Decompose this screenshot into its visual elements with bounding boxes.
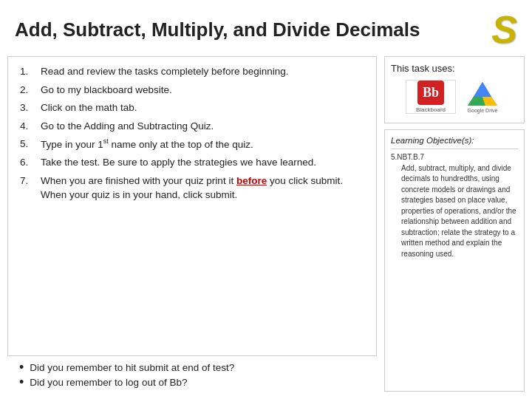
step-num-1: 1. <box>20 64 35 79</box>
svg-marker-4 <box>474 82 491 97</box>
left-panel: 1. Read and review the tasks completely … <box>7 56 377 392</box>
learning-obj-body: Add, subtract, multiply, and divide deci… <box>391 163 518 260</box>
main-content: 1. Read and review the tasks completely … <box>0 56 532 399</box>
bullets-section: • Did you remember to hit submit at end … <box>7 356 377 392</box>
step-num-3: 3. <box>20 100 35 115</box>
step-num-5: 5. <box>20 137 35 151</box>
bullet-text-1: Did you remember to hit submit at end of… <box>30 362 234 373</box>
step-num-6: 6. <box>20 155 35 170</box>
step-2: 2. Go to my blackboard website. <box>20 83 364 98</box>
s-logo: S <box>491 10 517 49</box>
right-panel: This task uses: Bb Blackboard <box>384 56 525 392</box>
task-uses-label: This task uses: <box>391 63 518 74</box>
page: Add, Subtract, Multiply, and Divide Deci… <box>0 0 532 399</box>
learning-obj-text: 5.NBT.B.7 Add, subtract, multiply, and d… <box>391 152 518 259</box>
step-text-7: When you are finished with your quiz pri… <box>41 174 364 202</box>
logos-row: Bb Blackboard <box>391 80 518 114</box>
header: Add, Subtract, Multiply, and Divide Deci… <box>0 0 532 56</box>
step-1: 1. Read and review the tasks completely … <box>20 64 364 79</box>
page-title: Add, Subtract, Multiply, and Divide Deci… <box>15 18 484 41</box>
gdrive-icon <box>466 81 499 107</box>
step-text-3: Click on the math tab. <box>41 100 364 115</box>
bullet-text-2: Did you remember to log out of Bb? <box>30 377 187 388</box>
step-text-1: Read and review the tasks completely bef… <box>41 64 364 79</box>
blackboard-label: Blackboard <box>416 106 446 113</box>
learning-obj-code: 5.NBT.B.7 <box>391 153 424 161</box>
gdrive-label: Google Drive <box>468 108 498 113</box>
step-num-2: 2. <box>20 83 35 98</box>
learning-obj-box: Learning Objective(s): 5.NBT.B.7 Add, su… <box>384 129 525 392</box>
task-uses-box: This task uses: Bb Blackboard <box>384 56 525 123</box>
divider <box>391 149 518 149</box>
learning-obj-title: Learning Objective(s): <box>391 136 518 145</box>
step-7: 7. When you are finished with your quiz … <box>20 174 364 202</box>
step-4: 4. Go to the Adding and Subtracting Quiz… <box>20 119 364 134</box>
bullet-1: • Did you remember to hit submit at end … <box>19 362 365 374</box>
blackboard-icon: Bb <box>417 81 444 105</box>
svg-marker-5 <box>468 97 485 106</box>
step-num-4: 4. <box>20 119 35 134</box>
before-highlight: before <box>236 175 267 186</box>
step-5: 5. Type in your 1st name only at the top… <box>20 137 364 151</box>
step-3: 3. Click on the math tab. <box>20 100 364 115</box>
bullet-dot-2: • <box>19 375 24 389</box>
step-num-7: 7. <box>20 174 35 202</box>
gdrive-logo: Google Drive <box>462 80 503 114</box>
bullet-dot-1: • <box>19 361 24 374</box>
step-6: 6. Take the test. Be sure to apply the s… <box>20 155 364 170</box>
blackboard-logo: Bb Blackboard <box>406 80 456 114</box>
step-text-6: Take the test. Be sure to apply the stra… <box>41 155 364 170</box>
step-text-5: Type in your 1st name only at the top of… <box>41 137 364 151</box>
step-text-2: Go to my blackboard website. <box>41 83 364 98</box>
steps-list: 1. Read and review the tasks completely … <box>7 56 377 356</box>
bullet-2: • Did you remember to log out of Bb? <box>19 377 365 389</box>
step-text-4: Go to the Adding and Subtracting Quiz. <box>41 119 364 134</box>
